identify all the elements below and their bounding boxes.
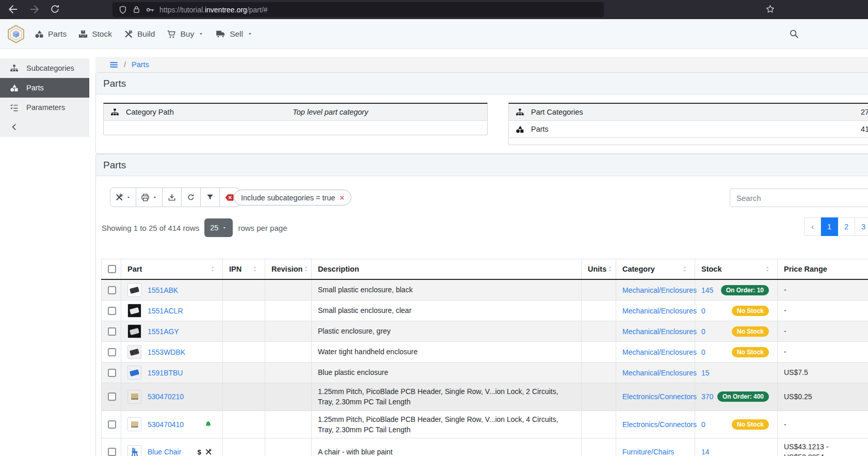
ipn-cell (223, 363, 265, 383)
pagination-page-2[interactable]: 2 (838, 217, 855, 236)
address-bar[interactable]: https://tutorial.inventree.org/part/# (112, 2, 604, 17)
category-link[interactable]: Mechanical/Enclosures (622, 348, 697, 356)
part-link[interactable]: 530470210 (148, 392, 184, 401)
browser-toolbar: https://tutorial.inventree.org/part/# (0, 0, 868, 19)
nav-item-parts[interactable]: Parts (35, 29, 67, 39)
category-link[interactable]: Mechanical/Enclosures (622, 327, 697, 336)
lock-icon (132, 5, 141, 14)
column-header-price-range[interactable]: Price Range (778, 259, 868, 280)
table-row: 1591BTBUBlue plastic enclosureMechanical… (102, 363, 868, 383)
browser-reload-button[interactable] (50, 4, 60, 14)
stock-link[interactable]: 0 (701, 307, 705, 315)
sort-icon[interactable] (764, 265, 771, 273)
nav-item-stock[interactable]: Stock (78, 29, 112, 39)
ipn-cell (223, 383, 265, 411)
page-title: Parts (96, 73, 868, 95)
ipn-cell (223, 321, 265, 342)
category-path-card: Category Path Top level part category (103, 103, 488, 135)
select-all-checkbox[interactable] (108, 265, 116, 273)
category-link[interactable]: Furniture/Chairs (622, 448, 674, 456)
stock-link[interactable]: 14 (701, 448, 710, 456)
table-row: 1551ACLRSmall plastic enclosure, clearMe… (102, 301, 868, 321)
sidebar-collapse-button[interactable] (0, 117, 89, 137)
column-header-ipn[interactable]: IPN (223, 259, 265, 280)
part-thumbnail (127, 324, 141, 338)
chevron-down-icon (126, 195, 131, 200)
category-link[interactable]: Electronics/Connectors (622, 420, 697, 429)
browser-back-button[interactable] (7, 4, 19, 15)
filter-chip-close-icon[interactable]: × (340, 194, 344, 202)
column-header-units[interactable]: Units (582, 259, 616, 280)
table-actions-dropdown[interactable] (110, 187, 136, 207)
bookmark-star-icon[interactable] (765, 4, 775, 14)
row-checkbox[interactable] (108, 448, 116, 456)
part-link[interactable]: 1591BTBU (148, 369, 183, 377)
sort-icon[interactable] (209, 265, 216, 273)
row-checkbox[interactable] (108, 348, 116, 356)
sidebar-item-subcategories[interactable]: Subcategories (0, 58, 89, 78)
column-header-stock[interactable]: Stock (695, 259, 778, 280)
category-link[interactable]: Mechanical/Enclosures (622, 369, 697, 377)
sort-icon[interactable] (251, 265, 259, 273)
breadcrumb-menu-icon[interactable] (109, 60, 118, 69)
column-header-revision[interactable]: Revision (265, 259, 312, 280)
stock-badge: On Order: 10 (721, 285, 769, 295)
units-cell (582, 383, 616, 411)
category-link[interactable]: Electronics/Connectors (622, 392, 697, 401)
sidebar-item-parameters[interactable]: Parameters (0, 98, 89, 117)
sitemap-icon (10, 64, 19, 73)
part-description: Small plastic enclosure, black (312, 279, 582, 301)
category-summary-card: Part Categories 27 Parts 414 (508, 103, 868, 145)
part-link[interactable]: 530470410 (148, 420, 184, 429)
sort-icon[interactable] (681, 265, 688, 273)
row-checkbox[interactable] (108, 420, 116, 429)
sort-icon[interactable] (302, 265, 310, 273)
search-icon[interactable] (789, 29, 799, 39)
stock-link[interactable]: 0 (701, 420, 705, 429)
pagination-page-1[interactable]: 1 (821, 217, 838, 236)
part-link[interactable]: 1551AGY (148, 327, 179, 336)
url-text: https://tutorial.inventree.org/part/# (159, 6, 267, 14)
category-link[interactable]: Mechanical/Enclosures (622, 286, 697, 294)
row-checkbox[interactable] (108, 392, 116, 401)
sort-icon[interactable] (606, 265, 614, 273)
page-size-dropdown[interactable]: 25 (204, 218, 233, 237)
stock-link[interactable]: 370 (701, 392, 713, 401)
row-checkbox[interactable] (108, 307, 116, 315)
sidebar-item-parts[interactable]: Parts (0, 78, 89, 98)
stock-link[interactable]: 15 (701, 369, 710, 377)
refresh-button[interactable] (182, 187, 201, 207)
inventree-logo[interactable] (7, 25, 25, 43)
row-checkbox[interactable] (108, 369, 116, 377)
row-checkbox[interactable] (108, 327, 116, 336)
part-link[interactable]: 1551ACLR (148, 307, 183, 315)
stock-link[interactable]: 0 (701, 348, 705, 356)
pagination-prev-button[interactable]: ‹ (804, 217, 821, 236)
nav-label: Build (137, 29, 155, 39)
print-dropdown[interactable] (136, 187, 163, 207)
filter-button[interactable] (201, 187, 220, 207)
stock-link[interactable]: 145 (701, 286, 713, 294)
column-header-part[interactable]: Part (121, 259, 223, 280)
column-header-description[interactable]: Description (312, 259, 582, 280)
sidebar-item-label: Parts (26, 84, 44, 92)
breadcrumb-parts-link[interactable]: Parts (132, 60, 149, 69)
browser-forward-button[interactable] (29, 4, 40, 15)
part-link[interactable]: 1551ABK (148, 286, 178, 294)
column-header-category[interactable]: Category (616, 259, 695, 280)
pagination-page-3[interactable]: 3 (855, 217, 868, 236)
nav-item-build[interactable]: Build (124, 29, 155, 39)
category-link[interactable]: Mechanical/Enclosures (622, 307, 697, 315)
shield-icon (118, 5, 127, 14)
page-header-card: Parts Category Path Top level part categ… (95, 72, 868, 154)
stock-link[interactable]: 0 (701, 327, 705, 336)
revision-cell (265, 438, 312, 456)
part-link[interactable]: Blue Chair (148, 448, 181, 456)
download-button[interactable] (163, 187, 182, 207)
nav-item-buy[interactable]: Buy (167, 29, 204, 39)
table-search-input[interactable] (730, 188, 868, 207)
part-link[interactable]: 1553WDBK (148, 348, 185, 356)
category-path-row: Category Path Top level part category (104, 104, 487, 121)
nav-item-sell[interactable]: Sell (216, 29, 253, 39)
row-checkbox[interactable] (108, 286, 116, 294)
